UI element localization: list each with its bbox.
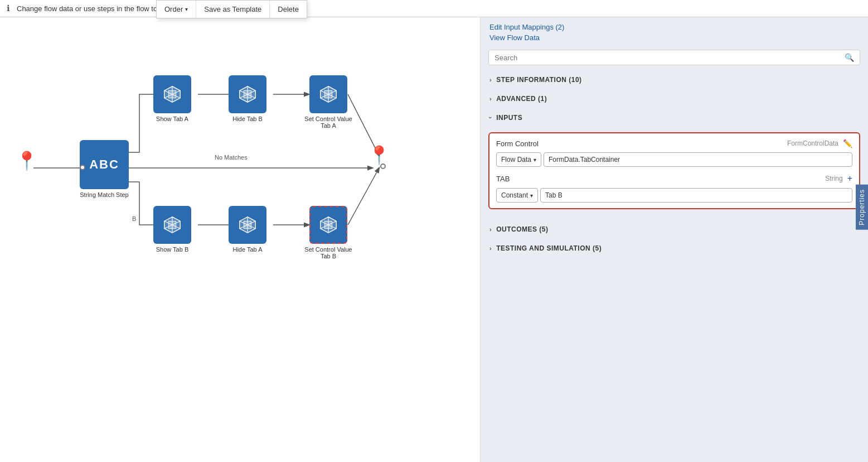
tab-dropdown-label: Constant	[501, 191, 528, 199]
advanced-chevron-icon: ›	[489, 95, 492, 102]
tab-add-icon[interactable]: +	[847, 174, 852, 184]
search-input[interactable]	[494, 54, 845, 62]
view-flow-data-link[interactable]: View Flow Data	[489, 33, 859, 42]
tab-input-row: Constant ▾ Tab B	[496, 188, 852, 203]
testing-chevron-icon: ›	[489, 245, 492, 252]
show-tab-a-box	[153, 75, 191, 113]
tab-dropdown-chevron-icon: ▾	[530, 192, 533, 199]
form-control-dropdown-chevron-icon: ▾	[534, 157, 536, 163]
hide-tab-b-node[interactable]: Hide Tab B	[229, 75, 266, 122]
right-panel: Properties Edit Input Mappings (2) View …	[481, 17, 868, 462]
edit-icon[interactable]: ✏️	[843, 139, 852, 148]
tab-label-row: TAB String +	[496, 174, 852, 184]
top-bar: Order ▾ Save as Template Delete ℹ Change…	[0, 0, 868, 17]
tab-dropdown[interactable]: Constant ▾	[496, 188, 538, 203]
context-menu-save-template[interactable]: Save as Template	[196, 1, 270, 18]
connector-dot-right	[380, 163, 386, 169]
tab-right-label: String	[825, 175, 842, 182]
b-label: B	[132, 215, 136, 222]
string-match-node[interactable]: ABC String Match Step	[80, 140, 129, 198]
inputs-header[interactable]: › INPUTS	[481, 109, 868, 127]
set-ctrl-b-node[interactable]: Set Control Value Tab B	[303, 206, 353, 259]
inputs-label: INPUTS	[496, 114, 522, 122]
svg-rect-11	[168, 221, 176, 228]
testing-label: TESTING AND SIMULATION (5)	[496, 244, 602, 252]
outcomes-label: OUTCOMES (5)	[496, 225, 548, 233]
set-ctrl-b-label: Set Control Value Tab B	[303, 246, 353, 259]
context-menu-delete[interactable]: Delete	[270, 1, 307, 18]
string-match-label: String Match Step	[80, 191, 128, 198]
save-template-label: Save as Template	[204, 5, 261, 13]
svg-rect-8	[168, 90, 176, 98]
svg-rect-10	[324, 90, 332, 98]
advanced-header[interactable]: › ADVANCED (1)	[481, 90, 868, 108]
svg-rect-13	[324, 221, 332, 228]
no-matches-label: No Matches	[215, 154, 248, 161]
properties-tab[interactable]: Properties	[856, 185, 868, 230]
delete-label: Delete	[278, 5, 299, 13]
context-menu-order[interactable]: Order ▾	[157, 1, 196, 18]
inputs-section: › INPUTS Form Control FormControlData ✏️	[481, 109, 868, 219]
context-menu: Order ▾ Save as Template Delete	[156, 0, 307, 18]
testing-header[interactable]: › TESTING AND SIMULATION (5)	[481, 239, 868, 257]
connector-dot-left	[80, 165, 85, 170]
show-tab-a-label: Show Tab A	[156, 116, 188, 122]
hide-tab-a-node[interactable]: Hide Tab A	[229, 206, 266, 253]
search-icon: 🔍	[845, 53, 854, 62]
order-label: Order	[164, 5, 183, 13]
edit-input-mappings-link[interactable]: Edit Input Mappings (2)	[489, 23, 859, 31]
inputs-content: Form Control FormControlData ✏️ Flow Dat…	[481, 127, 868, 219]
show-tab-a-node[interactable]: Show Tab A	[153, 75, 191, 122]
accordion: › STEP INFORMATION (10) › ADVANCED (1) ›	[481, 69, 868, 462]
set-ctrl-b-box	[309, 206, 347, 244]
hide-tab-a-box	[229, 206, 266, 244]
form-control-dropdown[interactable]: Flow Data ▾	[496, 152, 541, 167]
set-ctrl-a-box	[309, 75, 347, 113]
form-control-value: FormData.TabContainer	[544, 152, 852, 167]
inputs-chevron-icon: ›	[487, 117, 494, 119]
form-control-dropdown-label: Flow Data	[501, 156, 531, 163]
step-information-header[interactable]: › STEP INFORMATION (10)	[481, 71, 868, 89]
svg-rect-9	[244, 90, 251, 98]
string-match-box: ABC	[80, 140, 129, 189]
set-ctrl-a-label: Set Control Value Tab A	[303, 116, 353, 129]
search-container: 🔍	[481, 46, 868, 69]
hide-tab-b-box	[229, 75, 266, 113]
tab-label: TAB	[496, 175, 510, 183]
form-control-label: Form Control	[496, 139, 539, 148]
form-control-group: Form Control FormControlData ✏️ Flow Dat…	[488, 132, 860, 209]
tab-value: Tab B	[540, 188, 852, 203]
form-control-label-row: Form Control FormControlData ✏️	[496, 139, 852, 148]
outcomes-section: › OUTCOMES (5)	[481, 220, 868, 238]
panel-header: Edit Input Mappings (2) View Flow Data	[481, 17, 868, 46]
outcomes-header[interactable]: › OUTCOMES (5)	[481, 220, 868, 238]
svg-rect-12	[244, 221, 251, 228]
info-icon: ℹ	[7, 3, 10, 13]
hide-tab-a-label: Hide Tab A	[232, 246, 262, 253]
main-area: 📍 ABC String Match Step Show Tab A	[0, 17, 868, 462]
advanced-label: ADVANCED (1)	[496, 95, 547, 103]
outcomes-chevron-icon: ›	[489, 226, 492, 233]
show-tab-b-box	[153, 206, 191, 244]
form-control-input-row: Flow Data ▾ FormData.TabContainer	[496, 152, 852, 167]
advanced-section: › ADVANCED (1)	[481, 90, 868, 108]
show-tab-b-label: Show Tab B	[156, 246, 189, 253]
green-pin: 📍	[16, 150, 38, 171]
show-tab-b-node[interactable]: Show Tab B	[153, 206, 191, 253]
set-ctrl-a-node[interactable]: Set Control Value Tab A	[303, 75, 353, 129]
red-pin: 📍	[368, 145, 390, 166]
hide-tab-b-label: Hide Tab B	[232, 116, 263, 122]
step-info-chevron-icon: ›	[489, 76, 492, 83]
form-control-right-label: FormControlData	[787, 139, 838, 147]
step-information-section: › STEP INFORMATION (10)	[481, 71, 868, 89]
step-information-label: STEP INFORMATION (10)	[496, 76, 581, 84]
canvas[interactable]: 📍 ABC String Match Step Show Tab A	[0, 17, 481, 462]
testing-section: › TESTING AND SIMULATION (5)	[481, 239, 868, 257]
search-box: 🔍	[488, 50, 860, 65]
order-chevron-icon: ▾	[185, 6, 188, 12]
